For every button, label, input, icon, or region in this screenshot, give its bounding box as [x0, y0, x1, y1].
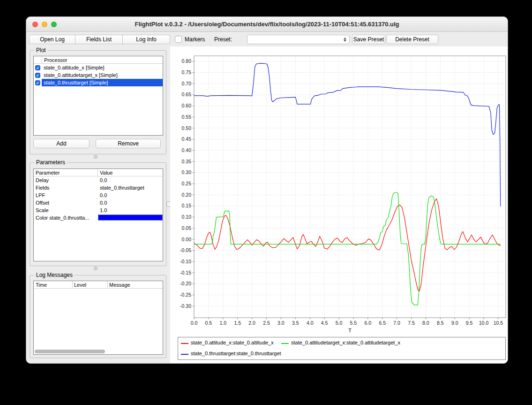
- x-axis-tick-label: 4.5: [321, 320, 328, 326]
- x-axis-tick-label: 2.5: [263, 320, 270, 326]
- y-axis-tick-label: 0.05: [182, 225, 192, 231]
- chart-canvas[interactable]: 0.00.51.01.52.02.53.03.54.04.55.05.56.06…: [170, 47, 507, 335]
- row-checkbox[interactable]: ✓: [34, 71, 42, 79]
- y-axis-tick-label: 0.45: [182, 136, 192, 142]
- remove-button[interactable]: Remove: [96, 139, 161, 148]
- processor-row[interactable]: ✓state_0.attitude_x [Simple]: [34, 64, 163, 71]
- parameter-name: Offset: [36, 199, 49, 206]
- y-axis-tick-label: -0.10: [180, 259, 191, 264]
- log-messages-table[interactable]: Time Level Message: [33, 281, 163, 355]
- y-axis-tick-label: -0.05: [180, 247, 191, 253]
- log-info-button[interactable]: Log Info: [123, 35, 170, 44]
- splitter-handle-top[interactable]: [94, 155, 97, 159]
- y-axis-tick-label: 0.65: [182, 92, 192, 97]
- y-axis-tick-label: 0.75: [182, 69, 192, 75]
- processor-table-header: Processor: [34, 56, 163, 64]
- x-axis-tick-label: 2.0: [248, 320, 255, 326]
- series-line: [194, 199, 501, 291]
- level-column-header: Level: [74, 281, 86, 289]
- x-axis-tick-label: 7.0: [393, 320, 400, 326]
- parameter-column-header: Parameter: [36, 169, 60, 176]
- plot-panel-title: Plot: [34, 47, 48, 53]
- processor-row-label: state_0.attitudetarget_x [Simple]: [42, 71, 163, 79]
- window-title: FlightPlot v.0.3.2 - /Users/oleg/Documen…: [26, 17, 508, 32]
- parameter-row[interactable]: LPF0.0: [34, 191, 163, 199]
- parameter-row[interactable]: Scale1.0: [34, 206, 163, 214]
- horizontal-scrollbar[interactable]: [35, 350, 105, 353]
- message-column-header: Message: [109, 281, 130, 289]
- parameter-row[interactable]: Delay0.0: [34, 176, 163, 184]
- legend-label: state_0.attitude_x:state_0.attitude_x: [191, 340, 274, 345]
- x-axis-tick-label: 3.0: [277, 320, 285, 326]
- x-axis-tick-label: 5.5: [350, 320, 357, 326]
- y-axis-tick-label: 0.50: [182, 125, 192, 131]
- markers-label: Markers: [185, 36, 205, 43]
- y-axis-tick-label: -0.20: [180, 281, 191, 286]
- legend-label: state_0.attitudetarget_x:state_0.attitud…: [291, 340, 400, 345]
- x-axis-tick-label: 8.0: [422, 320, 429, 326]
- y-axis-tick-label: 0.10: [182, 214, 192, 220]
- parameter-value: 0.0: [100, 199, 107, 206]
- parameter-row[interactable]: Color state_0.thrustta...: [34, 214, 163, 222]
- parameter-value: state_0.thrusttarget: [100, 184, 144, 191]
- parameter-row[interactable]: Offset0.0: [34, 199, 163, 206]
- parameter-row[interactable]: Fieldsstate_0.thrusttarget: [34, 184, 163, 191]
- checkbox-check-icon: ✓: [35, 73, 40, 78]
- preset-combobox[interactable]: [247, 35, 350, 44]
- parameter-name: LPF: [36, 191, 45, 199]
- legend-line-icon: [281, 343, 289, 344]
- x-axis-tick-label: 3.5: [292, 320, 299, 326]
- x-axis-tick-label: 9.5: [466, 320, 473, 326]
- series-line: [194, 63, 501, 206]
- y-axis-tick-label: 0.20: [182, 192, 192, 198]
- y-axis-tick-label: 0.40: [182, 147, 192, 153]
- y-axis-tick-label: 0.25: [182, 181, 192, 186]
- y-axis-tick-label: 0.30: [182, 169, 192, 175]
- row-checkbox[interactable]: ✓: [34, 64, 42, 71]
- x-axis-tick-label: 9.0: [451, 320, 458, 326]
- toolbar-button-group: Open Log Fields List Log Info: [29, 35, 170, 44]
- x-axis-tick-label: 1.0: [219, 320, 226, 326]
- parameter-name: Scale: [36, 206, 49, 214]
- processor-row[interactable]: ✓state_0.attitudetarget_x [Simple]: [34, 71, 163, 79]
- x-axis-tick-label: 6.5: [379, 320, 386, 326]
- parameter-name: Fields: [36, 184, 49, 191]
- flightplot-window: FlightPlot v.0.3.2 - /Users/oleg/Documen…: [26, 16, 508, 364]
- combobox-stepper-icon[interactable]: [341, 36, 348, 43]
- x-axis-tick-label: 10.0: [479, 320, 489, 326]
- open-log-button[interactable]: Open Log: [29, 35, 75, 44]
- x-axis-tick-label: 4.0: [307, 320, 314, 326]
- parameter-name: Delay: [36, 176, 49, 184]
- parameter-name: Color state_0.thrustta...: [36, 214, 89, 222]
- y-axis-tick-label: 0.15: [182, 203, 192, 208]
- parameter-value: 1.0: [100, 206, 107, 214]
- parameter-value: 0.0: [100, 191, 107, 199]
- x-axis-tick-label: 8.5: [437, 320, 444, 326]
- processor-row-label: state_0.thrusttarget [Simple]: [42, 79, 163, 86]
- legend-line-icon: [181, 343, 188, 344]
- parameters-table[interactable]: Parameter Value Delay0.0Fieldsstate_0.th…: [33, 168, 163, 261]
- x-axis-tick-label: 0.0: [191, 320, 198, 326]
- y-axis-tick-label: 0.35: [182, 159, 192, 164]
- preset-label: Preset:: [214, 36, 232, 43]
- parameters-table-header: Parameter Value: [34, 169, 163, 176]
- markers-checkbox[interactable]: [175, 36, 182, 43]
- x-axis-tick-label: 7.5: [408, 320, 415, 326]
- y-axis-tick-label: 0.60: [182, 103, 192, 108]
- fields-list-button[interactable]: Fields List: [75, 35, 123, 44]
- color-swatch[interactable]: [98, 214, 163, 221]
- save-preset-button[interactable]: Save Preset: [352, 35, 385, 44]
- processor-row[interactable]: ✓state_0.thrusttarget [Simple]: [34, 79, 163, 86]
- x-axis-tick-label: 1.5: [234, 320, 241, 326]
- checkbox-check-icon: ✓: [35, 80, 40, 85]
- title-bar: FlightPlot v.0.3.2 - /Users/oleg/Documen…: [26, 17, 508, 32]
- delete-preset-button[interactable]: Delete Preset: [386, 35, 438, 44]
- processor-table[interactable]: Processor ✓state_0.attitude_x [Simple]✓s…: [33, 56, 163, 136]
- splitter-handle-bottom[interactable]: [94, 267, 97, 270]
- row-checkbox[interactable]: ✓: [34, 79, 42, 86]
- add-button[interactable]: Add: [33, 139, 90, 148]
- legend-line-icon: [181, 354, 188, 355]
- x-axis-tick-label: 5.0: [336, 320, 343, 326]
- chart-legend: state_0.attitude_x:state_0.attitude_xsta…: [178, 337, 506, 360]
- series-line: [194, 192, 501, 305]
